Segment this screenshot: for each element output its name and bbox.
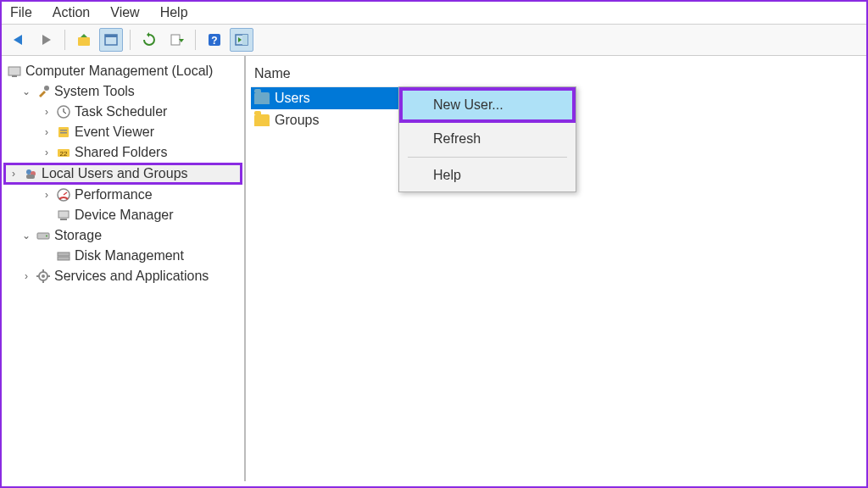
svg-marker-13 [238,37,242,42]
svg-rect-5 [105,35,117,37]
context-help[interactable]: Help [399,159,576,191]
clock-icon [56,104,71,119]
svg-point-16 [44,86,49,91]
services-icon [36,269,51,284]
list-pane: Name Users Groups New User... Refresh He… [246,56,866,481]
menu-help[interactable]: Help [160,5,188,20]
tree-task-scheduler[interactable]: › Task Scheduler [3,102,242,122]
menu-view[interactable]: View [110,5,139,20]
svg-rect-33 [58,252,70,256]
svg-text:?: ? [211,35,217,47]
menu-file[interactable]: File [10,5,32,20]
folder-icon [254,114,270,126]
twisty-collapsed-icon[interactable]: › [41,147,53,158]
context-menu: New User... Refresh Help [398,86,576,192]
tree-label: System Tools [54,84,135,99]
tree-performance[interactable]: › Performance [3,185,242,205]
svg-rect-2 [78,37,90,46]
list-item-label: Users [275,91,310,106]
tree-disk-management[interactable]: Disk Management [3,246,242,266]
twisty-collapsed-icon[interactable]: › [41,106,53,118]
export-list-button[interactable] [164,28,188,52]
svg-marker-1 [42,35,51,45]
tree-system-tools[interactable]: ⌄ System Tools [3,81,242,102]
svg-rect-7 [171,35,180,45]
svg-rect-27 [26,175,35,179]
disk-management-icon [56,248,71,263]
twisty-expanded-icon[interactable]: ⌄ [20,86,32,97]
tree-device-manager[interactable]: Device Manager [3,205,242,225]
svg-marker-3 [81,34,87,37]
svg-rect-22 [60,132,67,134]
svg-rect-15 [12,75,17,77]
menu-action[interactable]: Action [53,5,90,20]
computer-management-icon [7,64,22,79]
device-manager-icon [56,208,71,223]
svg-text:22: 22 [60,150,68,158]
svg-rect-29 [58,211,69,218]
users-groups-icon [23,166,38,181]
back-button[interactable] [7,28,31,52]
toolbar: ? [2,25,866,56]
action-pane-button[interactable] [230,28,253,52]
performance-icon [56,187,71,202]
svg-rect-12 [242,35,248,45]
show-hide-tree-button[interactable] [99,28,123,52]
storage-icon [36,228,51,243]
svg-rect-21 [60,130,67,131]
list-column-name[interactable]: Name [251,61,488,87]
tree-storage[interactable]: ⌄ Storage [3,225,242,246]
tools-icon [36,84,51,99]
svg-point-32 [46,236,47,237]
toolbar-separator [195,30,196,50]
twisty-collapsed-icon[interactable]: › [20,270,32,282]
tree-pane: Computer Management (Local) ⌄ System Too… [2,56,246,481]
tree-shared-folders[interactable]: › 22 Shared Folders [3,142,242,163]
toolbar-separator [64,30,65,50]
svg-rect-30 [60,219,67,220]
svg-marker-6 [147,32,149,37]
context-separator [408,157,567,158]
svg-point-36 [42,274,45,278]
tree-services-apps[interactable]: › Services and Applications [3,266,242,286]
forward-button[interactable] [34,28,58,52]
event-viewer-icon [56,125,71,140]
tree-root[interactable]: Computer Management (Local) [3,61,242,81]
svg-marker-0 [14,35,22,45]
tree-local-users-groups[interactable]: › Local Users and Groups [3,163,242,185]
context-refresh[interactable]: Refresh [399,123,576,155]
tree-root-label: Computer Management (Local) [25,64,213,79]
tree-label: Event Viewer [75,125,154,140]
menubar: File Action View Help [2,2,866,25]
tree-event-viewer[interactable]: › Event Viewer [3,122,242,142]
content-area: Computer Management (Local) ⌄ System Too… [2,56,866,481]
tree-label: Task Scheduler [75,104,167,119]
tree-label: Services and Applications [54,269,209,284]
tree-label: Storage [54,228,102,243]
twisty-collapsed-icon[interactable]: › [41,189,53,201]
tree-label: Disk Management [75,248,184,263]
context-new-user[interactable]: New User... [399,87,576,123]
toolbar-separator [130,30,131,50]
twisty-expanded-icon[interactable]: ⌄ [20,230,32,241]
shared-folders-icon: 22 [56,145,71,160]
list-item-label: Groups [275,113,319,128]
twisty-collapsed-icon[interactable]: › [8,168,19,180]
tree-label: Performance [75,187,153,202]
svg-rect-34 [58,257,70,260]
tree-label: Local Users and Groups [42,166,188,181]
tree-label: Device Manager [75,208,174,223]
tree-label: Shared Folders [75,145,167,160]
twisty-collapsed-icon[interactable]: › [41,126,53,138]
help-button[interactable]: ? [203,28,226,52]
svg-rect-14 [8,67,20,75]
folder-icon [254,92,270,104]
refresh-button[interactable] [137,28,161,52]
up-level-button[interactable] [72,28,96,52]
